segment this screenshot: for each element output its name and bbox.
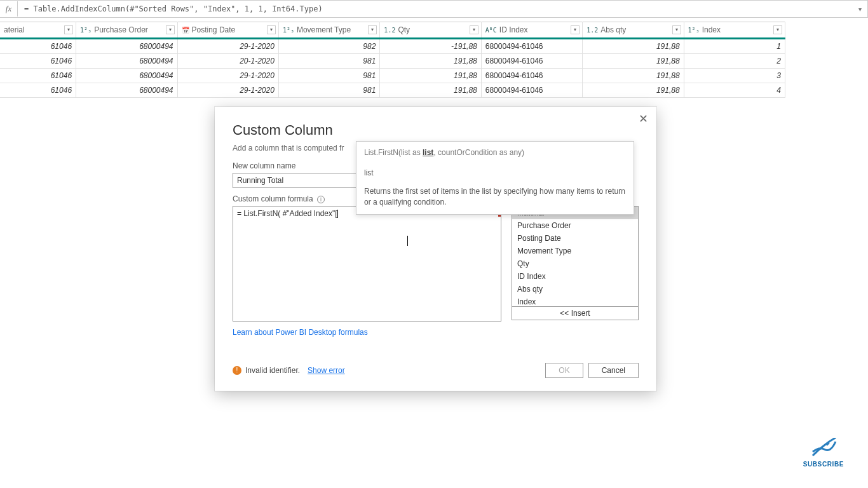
col-posting-date[interactable]: 📅Posting Date▾: [177, 22, 278, 39]
col-id-index[interactable]: AᴮCID Index▾: [481, 22, 582, 39]
dna-icon: [809, 438, 838, 458]
table-row[interactable]: 610466800049429-1-2020981191,8868000494-…: [0, 69, 785, 83]
chevron-down-icon[interactable]: ▾: [166, 25, 175, 34]
avail-item[interactable]: Posting Date: [512, 232, 638, 245]
formula-bar-text[interactable]: = Table.AddIndexColumn(#"Sorted Rows", "…: [18, 4, 852, 13]
data-table: aterial▾ 1²₃Purchase Order▾ 📅Posting Dat…: [0, 22, 785, 98]
avail-item[interactable]: Purchase Order: [512, 219, 638, 232]
col-purchase-order[interactable]: 1²₃Purchase Order▾: [76, 22, 177, 39]
intellisense-tooltip: List.FirstN(list as list, countOrConditi…: [356, 141, 634, 215]
chevron-down-icon[interactable]: ▾: [64, 25, 73, 34]
avail-item[interactable]: Movement Type: [512, 245, 638, 257]
close-icon[interactable]: ✕: [636, 112, 650, 126]
avail-item[interactable]: ID Index: [512, 270, 638, 283]
avail-item[interactable]: Qty: [512, 257, 638, 270]
chevron-down-icon[interactable]: ▾: [470, 25, 478, 34]
formula-bar: fx = Table.AddIndexColumn(#"Sorted Rows"…: [0, 0, 868, 18]
insert-button[interactable]: << Insert: [512, 306, 639, 320]
learn-link[interactable]: Learn about Power BI Desktop formulas: [233, 328, 368, 337]
table-row[interactable]: 610466800049420-1-2020981191,8868000494-…: [0, 54, 785, 69]
col-material[interactable]: aterial▾: [0, 22, 76, 39]
col-index[interactable]: 1²₃Index▾: [684, 22, 785, 39]
table-row[interactable]: 610466800049429-1-2020982-191,8868000494…: [0, 39, 785, 54]
chevron-down-icon[interactable]: ▾: [773, 25, 782, 34]
error-text: Invalid identifier.: [245, 366, 300, 375]
fx-icon[interactable]: fx: [0, 1, 18, 17]
avail-item[interactable]: Index: [512, 295, 638, 307]
text-caret: [407, 236, 408, 246]
col-abs-qty[interactable]: 1.2Abs qty▾: [583, 22, 684, 39]
chevron-down-icon[interactable]: ▾: [852, 6, 867, 13]
avail-item[interactable]: Abs qty: [512, 283, 638, 295]
subscribe-badge[interactable]: SUBSCRIBE: [803, 438, 844, 468]
tooltip-param: list: [364, 168, 626, 177]
tooltip-signature: List.FirstN(list as list, countOrConditi…: [364, 148, 626, 157]
col-qty[interactable]: 1.2Qty▾: [380, 22, 481, 39]
table-row[interactable]: 610466800049429-1-2020981191,8868000494-…: [0, 83, 785, 98]
text-cursor: [337, 210, 338, 218]
col-movement-type[interactable]: 1²₃Movement Type▾: [278, 22, 379, 39]
formula-textarea[interactable]: = List.FirstN( #"Added Index"[: [233, 206, 501, 322]
info-icon[interactable]: i: [317, 196, 325, 203]
chevron-down-icon[interactable]: ▾: [672, 25, 681, 34]
chevron-down-icon[interactable]: ▾: [571, 25, 580, 34]
cancel-button[interactable]: Cancel: [588, 363, 639, 378]
chevron-down-icon[interactable]: ▾: [267, 25, 276, 34]
show-error-link[interactable]: Show error: [308, 366, 345, 375]
chevron-down-icon[interactable]: ▾: [368, 25, 377, 34]
warning-icon: !: [233, 366, 241, 375]
table-header-row: aterial▾ 1²₃Purchase Order▾ 📅Posting Dat…: [0, 22, 785, 39]
available-columns-list[interactable]: MaterialPurchase OrderPosting DateMoveme…: [512, 206, 639, 307]
ok-button[interactable]: OK: [545, 363, 583, 378]
tooltip-body: Returns the first set of items in the li…: [364, 186, 626, 208]
dialog-title: Custom Column: [233, 122, 639, 139]
subscribe-text: SUBSCRIBE: [803, 461, 844, 468]
